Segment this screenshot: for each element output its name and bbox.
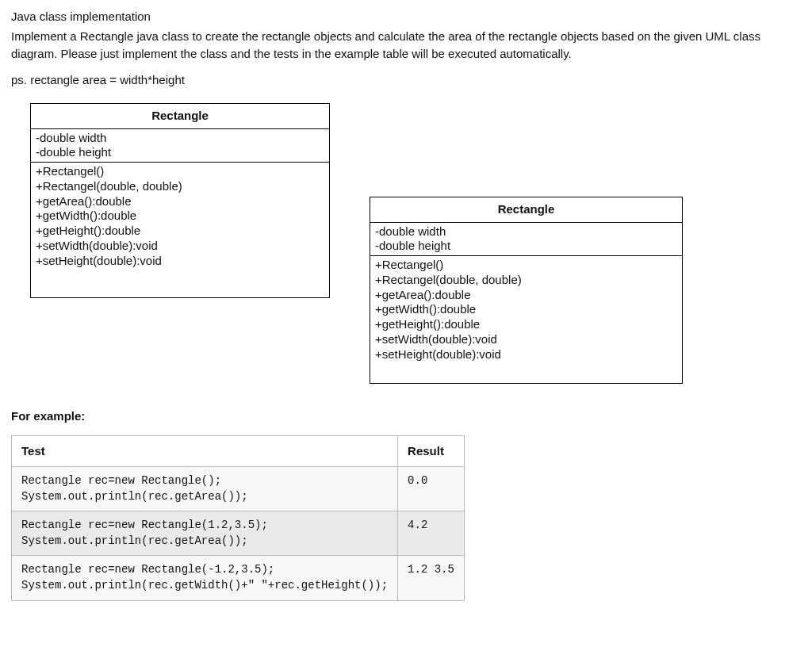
page-title: Java class implementation [11, 8, 801, 26]
uml-methods: +Rectangel() +Rectangel(double, double) … [31, 163, 329, 297]
uml-methods: +Rectangel() +Rectangel(double, double) … [370, 256, 682, 383]
example-table: Test Result Rectangle rec=new Rectangle(… [11, 435, 465, 601]
uml-method: +setHeight(double):void [36, 254, 324, 269]
result-cell: 4.2 [398, 511, 465, 556]
uml-attr: -double height [375, 239, 677, 254]
result-cell: 1.2 3.5 [398, 556, 465, 600]
result-cell: 0.0 [398, 467, 465, 511]
table-row: Rectangle rec=new Rectangle(-1.2,3.5); S… [12, 556, 465, 600]
test-cell: Rectangle rec=new Rectangle(-1.2,3.5); S… [12, 556, 398, 600]
table-header-result: Result [398, 435, 465, 467]
uml-method: +Rectangel(double, double) [375, 273, 677, 288]
uml-method: +getArea():double [375, 288, 677, 303]
table-header-test: Test [12, 435, 398, 467]
example-heading: For example: [11, 408, 801, 426]
uml-method: +getArea():double [36, 194, 324, 209]
uml-method: +getHeight():double [375, 317, 677, 332]
test-cell: Rectangle rec=new Rectangle(1.2,3.5); Sy… [12, 511, 398, 556]
uml-attr: -double height [36, 145, 324, 160]
uml-method: +getWidth():double [375, 302, 677, 317]
uml-method: +Rectangel() [36, 164, 324, 179]
uml-method: +setHeight(double):void [375, 347, 677, 362]
uml-diagrams: Rectangle -double width -double height +… [30, 103, 801, 384]
uml-diagram-left: Rectangle -double width -double height +… [30, 103, 330, 298]
uml-attr: -double width [36, 131, 324, 146]
uml-diagram-right: Rectangle -double width -double height +… [370, 197, 683, 384]
uml-attributes: -double width -double height [31, 129, 329, 163]
uml-method: +setWidth(double):void [36, 239, 324, 254]
uml-method: +Rectangel(double, double) [36, 179, 324, 194]
uml-attributes: -double width -double height [370, 223, 682, 257]
table-row: Rectangle rec=new Rectangle(1.2,3.5); Sy… [12, 511, 465, 556]
page-ps: ps. rectangle area = width*height [11, 71, 801, 90]
uml-method: +getHeight():double [36, 224, 324, 239]
page-description: Implement a Rectangle java class to crea… [11, 28, 801, 63]
uml-method: +setWidth(double):void [375, 332, 677, 347]
uml-method: +Rectangel() [375, 258, 677, 273]
table-row: Rectangle rec=new Rectangle(); System.ou… [12, 467, 465, 511]
uml-class-name: Rectangle [370, 197, 682, 223]
test-cell: Rectangle rec=new Rectangle(); System.ou… [12, 467, 398, 511]
uml-attr: -double width [375, 224, 677, 239]
uml-class-name: Rectangle [31, 104, 329, 129]
uml-method: +getWidth():double [36, 209, 324, 224]
